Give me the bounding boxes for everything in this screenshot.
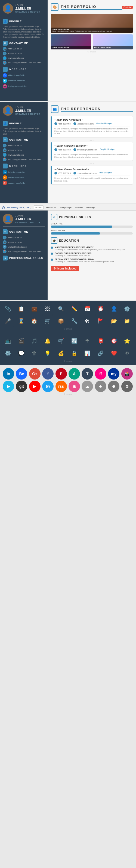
portfolio-overlay-3: TITLE GOES HERE (93, 46, 133, 50)
ref-email-icon-1 (74, 122, 76, 125)
icon-flag: 🚩 (95, 315, 106, 327)
profile-body-1: Lorem ipsum dolor sit amet consectur adi… (3, 25, 45, 38)
toolbar-tab-affichage[interactable]: Affichage (85, 206, 96, 209)
ref-quote-3: Ut ante convalesctur principal. Pellente… (54, 176, 130, 182)
social-twitter: tw (42, 381, 54, 392)
word-toolbar: W MS WORD ( .DOCX, .DOC ) Accueil Référe… (0, 204, 136, 211)
more-insta-1: 📸 instagram.com/miller (3, 84, 45, 89)
profile-header-3: 👤 JOHN J.MILLER Creative Director (3, 214, 45, 227)
icon-hourglass: ⌛ (15, 315, 27, 327)
avatar-1: 👤 (3, 3, 13, 14)
skill-teamwork-fill (51, 232, 100, 235)
icon-link: 🔗 (95, 348, 106, 359)
phone-icon-1: 📞 (3, 47, 6, 51)
social-misc3: ⊗ (121, 381, 133, 392)
social-cloud: ☁ (82, 381, 93, 392)
edu-degree-1: MASTER DEGREE / SPE 2001 - MAY 2 (55, 246, 125, 248)
more-viadeo-2: V viadeo.com/miller (3, 175, 45, 180)
icon-folder: 📁 (121, 315, 133, 327)
ps-icon: ⊕ (51, 214, 57, 220)
skill-teamwork-bar (51, 232, 133, 235)
contact-icon-1: ✉ (3, 41, 8, 45)
ref-phone-1: +555 310 8054 (54, 122, 71, 125)
portfolio-badge: Portfolio (122, 6, 133, 9)
contact-phone2-3: 📞 +555 210 5676 (3, 240, 45, 244)
resume-section-1: 👤 JOHN J.MILLER Creative Director 👤 PROF… (0, 0, 136, 101)
icon-pencil: ✏️ (69, 303, 80, 314)
contact-label-3: ✉ CONTACT ME (3, 229, 45, 234)
toolbar-tab-accueil[interactable]: Accueil (34, 205, 44, 210)
ref-info-2: +555 310 3460 s.franklin@website.com Gra… (54, 148, 130, 151)
portfolio-item-3: TITLE GOES HERE (93, 34, 133, 50)
skill-creative-label: CREATIVE (51, 222, 133, 225)
icon-folder-open: 📂 (108, 315, 120, 327)
skill-creative-fill (51, 225, 112, 228)
social-behance: Be (16, 368, 27, 379)
icon-cart: 🛒 (42, 315, 53, 327)
reference-card-1: ~ John DOE / creatived ~ +555 310 8054 j… (51, 116, 133, 137)
addr-icon-1: 📍 (3, 61, 6, 65)
resume-section-3: W MS WORD ( .DOCX, .DOC ) Accueil Référe… (0, 204, 136, 300)
full-name-3: J.MILLER (15, 217, 40, 221)
web-icon-1: 🌐 (3, 56, 6, 60)
contact-phone2-1: 📞 +555 210 5675 (3, 52, 45, 55)
edu-school-3: University of Creative Minds. Duis ultri… (55, 260, 114, 262)
contact-label-2: ✉ CONTACT ME (3, 137, 45, 142)
more-text-label-2: MORE HERE (9, 165, 27, 167)
ref-divider-2: ○ ○ ○ (51, 163, 133, 165)
icons-badge-label: 54 Icons Included (51, 266, 79, 271)
social-dribbble: ◉ (69, 381, 80, 392)
social-misc2: ⊕ (108, 381, 120, 392)
icon-search: 🔍 (55, 303, 66, 314)
name-block-1: JOHN J.MILLER Creative Director (15, 4, 40, 13)
job-title-3: Creative Director (15, 221, 40, 224)
word-content: 👤 JOHN J.MILLER Creative Director ✉ CONT… (0, 211, 136, 300)
portfolio-icon: 🎨 (51, 3, 58, 11)
word-app-icon: W (2, 205, 5, 210)
portfolio-img-3: TITLE GOES HERE (93, 34, 133, 50)
resume-section-2: 👤 JOHN J.MILLER Creative Director 👤 PROF… (0, 102, 136, 203)
addr-icon-3: 📍 (3, 250, 6, 253)
ref-name-2: ~ Sarah Franklin / designer ~ (54, 145, 130, 147)
linkedin-icon-2: in (3, 170, 7, 174)
edu-icon: 🎓 (51, 237, 57, 244)
viadeo-icon-2: V (3, 175, 7, 180)
social-deviantart: A (69, 368, 80, 379)
skill-teamwork: TEAM WORK (51, 229, 133, 235)
icon-home: 🏠 (29, 315, 40, 327)
edu-dot-1 (51, 247, 53, 249)
contact-web-1: 🌐 www.yoursite.com (3, 56, 45, 60)
envato-watermark-dark2: © envato (2, 359, 134, 363)
social-facebook: f (42, 368, 54, 379)
more-icon-1: ⋯ (3, 67, 8, 72)
job-title-1: Creative Director (15, 11, 40, 13)
icons-badge-container: 54 Icons Included (51, 266, 133, 273)
references-right: 👥 THE REFERENCES ~ John DOE / creatived … (48, 102, 136, 203)
edu-content-2: BACHELORES DEGREE / SPE 2005 University … (55, 252, 91, 256)
icon-trash: 🗑 (29, 348, 40, 359)
prof-skills-icon-3: ★ (3, 255, 8, 260)
social-misc1: ◈ (95, 381, 106, 392)
toolbar-tab-revision[interactable]: Révision (74, 206, 84, 209)
toolbar-tab-references[interactable]: Références (44, 206, 57, 209)
contact-email-3: ✉ j.miller@website.com (3, 245, 45, 249)
full-name-2: J.MILLER (15, 109, 40, 113)
profile-text-label-1: PROFILE (9, 20, 22, 23)
full-name-1: J.MILLER (15, 6, 40, 11)
addr-icon-2: 📍 (3, 158, 6, 161)
ref-phone-2: +555 310 3460 (54, 148, 71, 151)
icon-clock: ⏰ (95, 303, 106, 314)
icons-section-dark: 📎 📋 💼 🖼 🔍 ✏️ 📅 ⏰ 👤 ⚙️ 🎤 ⌛ 🏠 🛒 📦 🔧 🛠 🚩 📂 … (0, 301, 136, 333)
ref-phone-icon-1 (54, 122, 57, 125)
profile-icon-2: 👤 (3, 121, 8, 126)
social-rss: rss (55, 381, 67, 392)
ref-email-1: j.doe@website.com (74, 122, 94, 125)
icon-music: 🎵 (29, 335, 40, 347)
edu-school-1: University of Creative Minds. Duis ultri… (55, 248, 125, 250)
portfolio-overlay-2: TITLE GOES HERE (51, 46, 91, 50)
icon-microphone: 🎤 (2, 315, 13, 327)
education-section: 🎓 EDUCATION MASTER DEGREE / SPE 2001 - M… (51, 237, 133, 273)
ref-email-2: s.franklin@website.com (74, 148, 97, 151)
left-panel-2: 👤 JOHN J.MILLER Creative Director 👤 PROF… (0, 102, 48, 203)
toolbar-tab-publipostage[interactable]: Publipostage (58, 206, 73, 209)
